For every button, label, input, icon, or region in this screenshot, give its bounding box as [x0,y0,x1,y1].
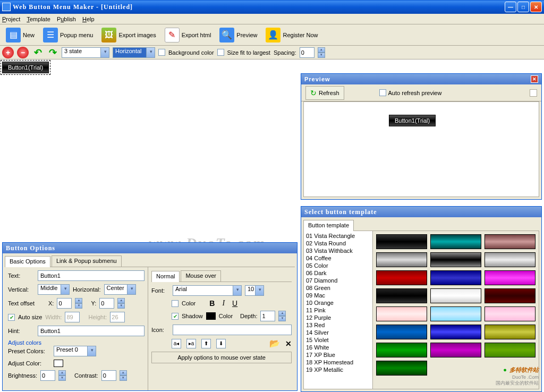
template-list-item[interactable]: 16 White [305,344,371,351]
template-swatch[interactable] [430,343,481,357]
x-spinner[interactable]: ▲▼ [75,298,82,309]
template-swatch[interactable] [376,343,427,357]
menu-publish[interactable]: Publish [57,16,76,22]
close-button[interactable]: ✕ [530,2,542,12]
template-list-item[interactable]: 02 Vista Round [305,240,371,247]
template-swatch[interactable] [430,288,481,303]
template-swatch[interactable] [430,234,481,249]
text-input[interactable] [38,270,144,281]
template-swatch[interactable] [484,288,536,303]
template-swatch[interactable] [484,270,536,285]
menu-project[interactable]: PProjectroject [2,16,20,22]
template-swatch[interactable] [376,288,427,303]
template-list-item[interactable]: 10 Orange [305,299,371,306]
y-spinner[interactable]: ▲▼ [117,298,125,309]
auto-refresh-checkbox[interactable] [379,89,386,96]
maximize-button[interactable]: □ [517,2,529,12]
italic-button[interactable]: I [222,299,225,308]
template-list-item[interactable]: 17 XP Blue [305,351,371,359]
minimize-button[interactable]: — [505,2,516,12]
refresh-button[interactable]: ↻ Refresh [305,86,344,100]
template-list-item[interactable]: 06 Dark [305,269,371,277]
template-swatch[interactable] [484,306,536,321]
template-swatch[interactable] [376,361,427,376]
tab-basic-options[interactable]: Basic Options [5,256,50,267]
template-swatch[interactable] [484,325,536,339]
export-html-button[interactable]: ✎ Export html [161,25,215,45]
hint-input[interactable] [38,326,144,336]
template-swatch[interactable] [430,325,481,339]
font-color-checkbox[interactable] [172,300,178,307]
apply-button[interactable]: Apply options to mouse over state [151,352,292,363]
template-swatch[interactable] [376,252,427,267]
template-list-item[interactable]: 09 Mac [305,292,371,299]
align-top-icon[interactable]: ⬆ [201,339,211,348]
template-list-item[interactable]: 08 Green [305,284,371,292]
preview-button[interactable]: 🔍 Preview [216,25,261,45]
template-list-item[interactable]: 12 Purple [305,314,371,321]
align-right-icon[interactable]: ▸a [186,339,196,348]
depth-input[interactable] [260,311,275,321]
template-swatch[interactable] [376,234,427,249]
template-swatch[interactable] [484,252,536,267]
template-list-item[interactable]: 15 Violet [305,336,371,344]
depth-spinner[interactable]: ▲▼ [278,311,286,321]
template-swatch[interactable] [484,234,536,249]
remove-button[interactable]: − [17,47,29,58]
template-list[interactable]: 01 Vista Rectangle02 Vista Round03 Vista… [304,231,373,389]
state-select[interactable]: 3 state [62,47,109,58]
underline-button[interactable]: U [232,299,237,308]
template-list-item[interactable]: 05 Color [305,262,371,269]
font-select[interactable]: Arial [173,285,242,296]
template-list-item[interactable]: 04 Coffee [305,254,371,262]
export-images-button[interactable]: 🖼 Export images [98,25,159,45]
tab-mouseover[interactable]: Mouse over [181,270,220,282]
font-size-select[interactable]: 10 [245,285,264,296]
preview-expand-button[interactable] [530,89,537,97]
register-button[interactable]: 👤 Register Now [262,25,321,45]
preview-close-icon[interactable]: ✕ [531,75,538,83]
template-list-item[interactable]: 11 Pink [305,306,371,314]
open-folder-icon[interactable]: 📂 [269,338,280,348]
template-list-item[interactable]: 13 Red [305,321,371,329]
template-list-item[interactable]: 01 Vista Rectangle [305,232,371,240]
spacing-spinner[interactable]: ▲▼ [318,47,325,58]
autosize-checkbox[interactable]: ✔ [8,314,15,321]
contrast-spinner[interactable]: ▲▼ [120,370,127,381]
template-list-item[interactable]: 19 XP Metallic [305,366,371,373]
shadow-color-swatch[interactable] [206,312,216,320]
template-swatch[interactable] [430,306,481,321]
template-swatch[interactable] [430,270,481,285]
shadow-checkbox[interactable]: ✔ [172,313,178,320]
tab-button-template[interactable]: Button template [303,220,354,231]
template-list-item[interactable]: 03 Vista Withback [305,247,371,254]
template-swatch[interactable] [376,306,427,321]
vertical-select[interactable]: Middle [38,284,70,295]
brightness-spinner[interactable]: ▲▼ [58,370,66,381]
contrast-input[interactable] [101,370,116,381]
menu-template[interactable]: Template [27,16,50,22]
template-list-item[interactable]: 18 XP Homestead [305,359,371,366]
add-button[interactable]: + [2,47,14,58]
menu-help[interactable]: Help [82,16,95,22]
template-swatch[interactable] [484,343,536,357]
horizontal-select[interactable]: Center [104,284,136,295]
y-input[interactable] [99,298,114,309]
align-bottom-icon[interactable]: ⬇ [216,339,226,348]
redo-button[interactable]: ↷ [47,47,58,58]
bold-button[interactable]: B [209,299,215,308]
clear-icon[interactable]: ✕ [285,339,292,348]
icon-input[interactable] [173,325,292,335]
brightness-input[interactable] [40,370,55,381]
template-swatch[interactable] [376,270,427,285]
undo-button[interactable]: ↶ [32,47,44,58]
template-swatch[interactable] [376,325,427,339]
canvas-button[interactable]: Button1(Trial) [2,62,49,73]
template-list-item[interactable]: 14 Silver [305,329,371,336]
x-input[interactable] [57,298,72,309]
spacing-input[interactable] [300,47,314,58]
tab-normal[interactable]: Normal [151,271,180,282]
adjust-color-swatch[interactable] [54,360,63,367]
align-left-icon[interactable]: a◂ [172,339,181,348]
popup-menu-button[interactable]: ☰ Popup menu [39,25,97,45]
